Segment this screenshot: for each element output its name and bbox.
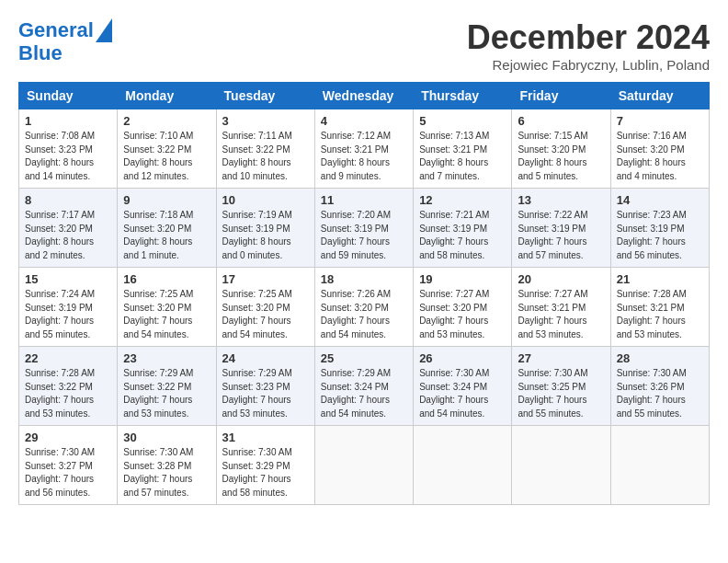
day-number: 21	[617, 272, 703, 286]
day-info: Sunrise: 7:30 AM Sunset: 3:25 PM Dayligh…	[518, 367, 604, 420]
calendar-day-cell: 24 Sunrise: 7:29 AM Sunset: 3:23 PM Dayl…	[216, 347, 314, 426]
calendar-day-cell	[314, 426, 413, 505]
title-area: December 2024 Rejowiec Fabryczny, Lublin…	[467, 18, 710, 73]
day-number: 9	[123, 193, 210, 207]
calendar-week-row: 22 Sunrise: 7:28 AM Sunset: 3:22 PM Dayl…	[19, 347, 710, 426]
calendar-day-cell: 25 Sunrise: 7:29 AM Sunset: 3:24 PM Dayl…	[314, 347, 413, 426]
day-info: Sunrise: 7:10 AM Sunset: 3:22 PM Dayligh…	[123, 130, 210, 183]
day-info: Sunrise: 7:11 AM Sunset: 3:22 PM Dayligh…	[222, 130, 309, 183]
page-header: General Blue December 2024 Rejowiec Fabr…	[18, 18, 710, 73]
header-day-wednesday: Wednesday	[314, 83, 413, 109]
day-number: 13	[518, 193, 604, 207]
calendar-day-cell: 21 Sunrise: 7:28 AM Sunset: 3:21 PM Dayl…	[610, 268, 709, 347]
day-info: Sunrise: 7:16 AM Sunset: 3:20 PM Dayligh…	[617, 130, 703, 183]
calendar-day-cell: 17 Sunrise: 7:25 AM Sunset: 3:20 PM Dayl…	[216, 268, 314, 347]
day-number: 22	[25, 351, 111, 365]
calendar-week-row: 8 Sunrise: 7:17 AM Sunset: 3:20 PM Dayli…	[19, 189, 710, 268]
header-day-monday: Monday	[118, 83, 216, 109]
calendar-day-cell: 10 Sunrise: 7:19 AM Sunset: 3:19 PM Dayl…	[216, 189, 314, 268]
day-number: 30	[123, 431, 210, 444]
day-info: Sunrise: 7:28 AM Sunset: 3:21 PM Dayligh…	[617, 288, 703, 341]
day-info: Sunrise: 7:15 AM Sunset: 3:20 PM Dayligh…	[518, 130, 604, 183]
calendar-week-row: 15 Sunrise: 7:24 AM Sunset: 3:19 PM Dayl…	[19, 268, 710, 347]
calendar-day-cell: 8 Sunrise: 7:17 AM Sunset: 3:20 PM Dayli…	[19, 189, 118, 268]
calendar-day-cell	[512, 426, 610, 505]
day-number: 2	[123, 114, 210, 128]
logo: General Blue	[18, 18, 112, 64]
day-number: 19	[419, 272, 506, 286]
day-info: Sunrise: 7:30 AM Sunset: 3:28 PM Dayligh…	[123, 446, 210, 500]
calendar-day-cell: 20 Sunrise: 7:27 AM Sunset: 3:21 PM Dayl…	[512, 268, 610, 347]
header-day-tuesday: Tuesday	[216, 83, 314, 109]
day-number: 28	[617, 351, 703, 365]
calendar-day-cell: 13 Sunrise: 7:22 AM Sunset: 3:19 PM Dayl…	[512, 189, 610, 268]
day-number: 17	[222, 272, 309, 286]
calendar-day-cell: 18 Sunrise: 7:26 AM Sunset: 3:20 PM Dayl…	[314, 268, 413, 347]
calendar-day-cell: 26 Sunrise: 7:30 AM Sunset: 3:24 PM Dayl…	[414, 347, 512, 426]
header-day-friday: Friday	[512, 83, 610, 109]
day-info: Sunrise: 7:18 AM Sunset: 3:20 PM Dayligh…	[123, 209, 210, 262]
calendar-day-cell	[610, 426, 709, 505]
logo-icon	[96, 18, 112, 42]
day-number: 8	[25, 193, 111, 207]
calendar-day-cell: 28 Sunrise: 7:30 AM Sunset: 3:26 PM Dayl…	[610, 347, 709, 426]
day-info: Sunrise: 7:21 AM Sunset: 3:19 PM Dayligh…	[419, 209, 506, 262]
day-info: Sunrise: 7:22 AM Sunset: 3:19 PM Dayligh…	[518, 209, 604, 262]
day-info: Sunrise: 7:08 AM Sunset: 3:23 PM Dayligh…	[25, 130, 111, 183]
day-info: Sunrise: 7:20 AM Sunset: 3:19 PM Dayligh…	[321, 209, 407, 262]
day-number: 31	[222, 431, 309, 444]
calendar-day-cell: 16 Sunrise: 7:25 AM Sunset: 3:20 PM Dayl…	[118, 268, 216, 347]
day-number: 27	[518, 351, 604, 365]
calendar-day-cell: 5 Sunrise: 7:13 AM Sunset: 3:21 PM Dayli…	[414, 109, 512, 189]
day-number: 4	[321, 114, 407, 128]
calendar-day-cell: 31 Sunrise: 7:30 AM Sunset: 3:29 PM Dayl…	[216, 426, 314, 505]
day-number: 14	[617, 193, 703, 207]
day-number: 6	[518, 114, 604, 128]
calendar-day-cell: 27 Sunrise: 7:30 AM Sunset: 3:25 PM Dayl…	[512, 347, 610, 426]
day-info: Sunrise: 7:29 AM Sunset: 3:23 PM Dayligh…	[222, 367, 309, 420]
day-info: Sunrise: 7:25 AM Sunset: 3:20 PM Dayligh…	[222, 288, 309, 341]
calendar-day-cell: 14 Sunrise: 7:23 AM Sunset: 3:19 PM Dayl…	[610, 189, 709, 268]
calendar-week-row: 29 Sunrise: 7:30 AM Sunset: 3:27 PM Dayl…	[19, 426, 710, 505]
day-info: Sunrise: 7:30 AM Sunset: 3:24 PM Dayligh…	[419, 367, 506, 420]
day-number: 16	[123, 272, 210, 286]
logo-blue-text: Blue	[18, 42, 63, 64]
calendar-day-cell: 22 Sunrise: 7:28 AM Sunset: 3:22 PM Dayl…	[19, 347, 118, 426]
calendar-day-cell: 9 Sunrise: 7:18 AM Sunset: 3:20 PM Dayli…	[118, 189, 216, 268]
day-number: 10	[222, 193, 309, 207]
calendar-day-cell: 2 Sunrise: 7:10 AM Sunset: 3:22 PM Dayli…	[118, 109, 216, 189]
day-number: 23	[123, 351, 210, 365]
location-text: Rejowiec Fabryczny, Lublin, Poland	[467, 57, 710, 73]
calendar-day-cell: 3 Sunrise: 7:11 AM Sunset: 3:22 PM Dayli…	[216, 109, 314, 189]
day-info: Sunrise: 7:30 AM Sunset: 3:29 PM Dayligh…	[222, 446, 309, 500]
calendar-day-cell: 30 Sunrise: 7:30 AM Sunset: 3:28 PM Dayl…	[118, 426, 216, 505]
calendar-day-cell: 15 Sunrise: 7:24 AM Sunset: 3:19 PM Dayl…	[19, 268, 118, 347]
day-number: 20	[518, 272, 604, 286]
day-info: Sunrise: 7:25 AM Sunset: 3:20 PM Dayligh…	[123, 288, 210, 341]
calendar-day-cell: 1 Sunrise: 7:08 AM Sunset: 3:23 PM Dayli…	[19, 109, 118, 189]
calendar-day-cell: 11 Sunrise: 7:20 AM Sunset: 3:19 PM Dayl…	[314, 189, 413, 268]
day-number: 11	[321, 193, 407, 207]
day-number: 29	[25, 431, 111, 444]
calendar-body: 1 Sunrise: 7:08 AM Sunset: 3:23 PM Dayli…	[19, 109, 710, 505]
day-number: 18	[321, 272, 407, 286]
calendar-day-cell	[414, 426, 512, 505]
day-number: 26	[419, 351, 506, 365]
day-info: Sunrise: 7:27 AM Sunset: 3:20 PM Dayligh…	[419, 288, 506, 341]
logo-text: General	[18, 19, 94, 41]
day-number: 1	[25, 114, 111, 128]
calendar-table: SundayMondayTuesdayWednesdayThursdayFrid…	[18, 82, 710, 505]
day-info: Sunrise: 7:17 AM Sunset: 3:20 PM Dayligh…	[25, 209, 111, 262]
day-info: Sunrise: 7:30 AM Sunset: 3:26 PM Dayligh…	[617, 367, 703, 420]
day-info: Sunrise: 7:30 AM Sunset: 3:27 PM Dayligh…	[25, 446, 111, 500]
header-day-saturday: Saturday	[610, 83, 709, 109]
calendar-day-cell: 19 Sunrise: 7:27 AM Sunset: 3:20 PM Dayl…	[414, 268, 512, 347]
day-number: 3	[222, 114, 309, 128]
day-number: 7	[617, 114, 703, 128]
calendar-day-cell: 12 Sunrise: 7:21 AM Sunset: 3:19 PM Dayl…	[414, 189, 512, 268]
header-day-thursday: Thursday	[414, 83, 512, 109]
month-title: December 2024	[467, 18, 710, 57]
calendar-day-cell: 6 Sunrise: 7:15 AM Sunset: 3:20 PM Dayli…	[512, 109, 610, 189]
day-info: Sunrise: 7:23 AM Sunset: 3:19 PM Dayligh…	[617, 209, 703, 262]
calendar-day-cell: 23 Sunrise: 7:29 AM Sunset: 3:22 PM Dayl…	[118, 347, 216, 426]
